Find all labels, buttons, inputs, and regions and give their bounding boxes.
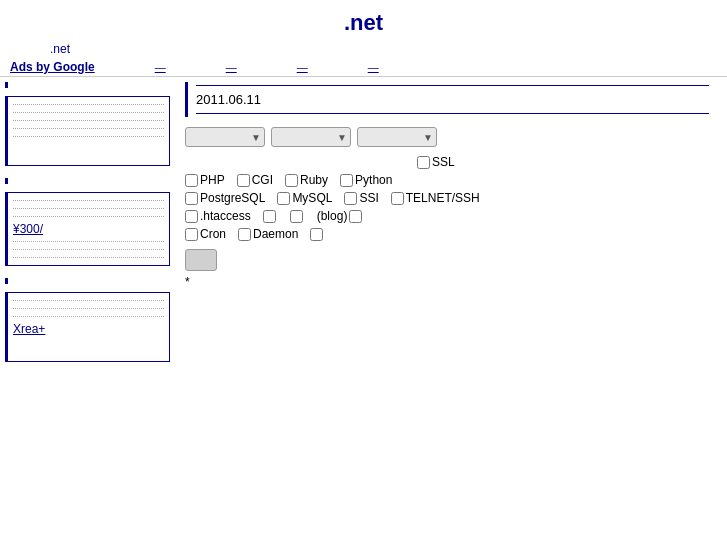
dot-line xyxy=(13,257,164,258)
checkbox-mysql[interactable] xyxy=(277,192,290,205)
checkbox-htaccess-item: .htaccess xyxy=(185,209,251,223)
dropdown-2-wrapper[interactable]: option1 option2 ▼ xyxy=(271,127,351,147)
checkbox-blank2-item xyxy=(290,210,305,223)
checkbox-python-item: Python xyxy=(340,173,392,187)
checkbox-ruby[interactable] xyxy=(285,174,298,187)
sidebar-box-1 xyxy=(5,96,170,166)
dropdown-3[interactable]: option1 option2 xyxy=(357,127,437,147)
ads-label[interactable]: Ads by Google xyxy=(10,60,95,74)
asterisk-text: * xyxy=(185,275,717,289)
checkbox-row-5: Cron Daemon xyxy=(185,227,717,241)
checkbox-blog[interactable] xyxy=(349,210,362,223)
search-button[interactable] xyxy=(185,249,217,271)
checkbox-ssi-label[interactable]: SSI xyxy=(359,191,378,205)
sidebar-top-border-3 xyxy=(5,278,170,284)
checkbox-daemon[interactable] xyxy=(238,228,251,241)
dot-line xyxy=(13,308,164,309)
sidebar-box-3: Xrea+ xyxy=(5,292,170,362)
checkbox-ruby-label[interactable]: Ruby xyxy=(300,173,328,187)
dropdown-1-wrapper[interactable]: option1 option2 ▼ xyxy=(185,127,265,147)
checkbox-php-label[interactable]: PHP xyxy=(200,173,225,187)
checkbox-cron-label[interactable]: Cron xyxy=(200,227,226,241)
dot-line xyxy=(13,120,164,121)
filter-section: option1 option2 ▼ option1 option2 ▼ xyxy=(185,127,717,289)
checkbox-row-3: PostgreSQL MySQL SSI TELNET/SSH xyxy=(185,191,717,205)
content-area: 2011.06.11 option1 option2 ▼ xyxy=(175,77,727,545)
checkbox-postgresql-item: PostgreSQL xyxy=(185,191,265,205)
date-text: 2011.06.11 xyxy=(196,86,709,113)
dot-line xyxy=(13,241,164,242)
sidebar-top-border-1 xyxy=(5,82,170,88)
ads-link-3[interactable]: — xyxy=(297,61,308,73)
dot-line xyxy=(13,128,164,129)
checkbox-grid: SSL PHP CGI xyxy=(185,155,717,241)
checkbox-cron[interactable] xyxy=(185,228,198,241)
checkbox-ssl-label[interactable]: SSL xyxy=(432,155,455,169)
checkbox-mysql-label[interactable]: MySQL xyxy=(292,191,332,205)
sidebar: ¥300/ Xrea+ xyxy=(0,77,175,545)
checkbox-row-1: SSL xyxy=(185,155,717,169)
checkbox-python-label[interactable]: Python xyxy=(355,173,392,187)
checkbox-python[interactable] xyxy=(340,174,353,187)
checkbox-r5c-item xyxy=(310,228,325,241)
content-hline-bottom xyxy=(196,113,709,114)
checkbox-htaccess[interactable] xyxy=(185,210,198,223)
checkbox-postgresql-label[interactable]: PostgreSQL xyxy=(200,191,265,205)
subheader-text: .net xyxy=(50,42,70,56)
ads-link-2[interactable]: — xyxy=(226,61,237,73)
dot-line xyxy=(13,300,164,301)
checkbox-telnet[interactable] xyxy=(391,192,404,205)
checkbox-daemon-item: Daemon xyxy=(238,227,298,241)
filter-dropdowns: option1 option2 ▼ option1 option2 ▼ xyxy=(185,127,717,147)
checkbox-ssi[interactable] xyxy=(344,192,357,205)
checkbox-telnet-label[interactable]: TELNET/SSH xyxy=(406,191,480,205)
checkbox-r5c[interactable] xyxy=(310,228,323,241)
checkbox-ssl[interactable] xyxy=(417,156,430,169)
checkbox-blank1-item xyxy=(263,210,278,223)
dot-line xyxy=(13,136,164,137)
checkbox-ruby-item: Ruby xyxy=(285,173,328,187)
checkbox-r4b[interactable] xyxy=(263,210,276,223)
ads-link-1[interactable]: — xyxy=(155,61,166,73)
sidebar-top-border-2 xyxy=(5,178,170,184)
dropdown-1[interactable]: option1 option2 xyxy=(185,127,265,147)
date-section: 2011.06.11 xyxy=(185,82,717,117)
dropdown-2[interactable]: option1 option2 xyxy=(271,127,351,147)
sidebar-price[interactable]: ¥300/ xyxy=(13,222,164,236)
header: .net xyxy=(0,0,727,40)
checkbox-mysql-item: MySQL xyxy=(277,191,332,205)
sidebar-box-2: ¥300/ xyxy=(5,192,170,266)
checkbox-cgi-item: CGI xyxy=(237,173,273,187)
ads-bar: Ads by Google — — — — xyxy=(0,58,727,77)
subheader: .net xyxy=(0,40,727,58)
checkbox-row-4: .htaccess (blog) xyxy=(185,209,717,223)
checkbox-php[interactable] xyxy=(185,174,198,187)
checkbox-blog-item: (blog) xyxy=(317,209,363,223)
checkbox-php-item: PHP xyxy=(185,173,225,187)
dot-line xyxy=(13,316,164,317)
checkbox-row-2: PHP CGI Ruby Python xyxy=(185,173,717,187)
checkbox-ssl-item: SSL xyxy=(417,155,455,169)
checkbox-daemon-label[interactable]: Daemon xyxy=(253,227,298,241)
main-content: ¥300/ Xrea+ 2011.06.11 xyxy=(0,77,727,545)
checkbox-htaccess-label[interactable]: .htaccess xyxy=(200,209,251,223)
checkbox-blog-prefix: (blog) xyxy=(317,209,348,223)
dot-line xyxy=(13,216,164,217)
checkbox-telnet-item: TELNET/SSH xyxy=(391,191,480,205)
dot-line xyxy=(13,112,164,113)
dot-line xyxy=(13,208,164,209)
dot-line xyxy=(13,104,164,105)
ads-link-4[interactable]: — xyxy=(368,61,379,73)
checkbox-cgi-label[interactable]: CGI xyxy=(252,173,273,187)
checkbox-cgi[interactable] xyxy=(237,174,250,187)
checkbox-cron-item: Cron xyxy=(185,227,226,241)
dot-line xyxy=(13,200,164,201)
dropdown-3-wrapper[interactable]: option1 option2 ▼ xyxy=(357,127,437,147)
sidebar-xrea-link[interactable]: Xrea+ xyxy=(13,322,164,336)
checkbox-r4c[interactable] xyxy=(290,210,303,223)
page-title: .net xyxy=(344,10,383,35)
checkbox-postgresql[interactable] xyxy=(185,192,198,205)
checkbox-ssi-item: SSI xyxy=(344,191,378,205)
dot-line xyxy=(13,249,164,250)
